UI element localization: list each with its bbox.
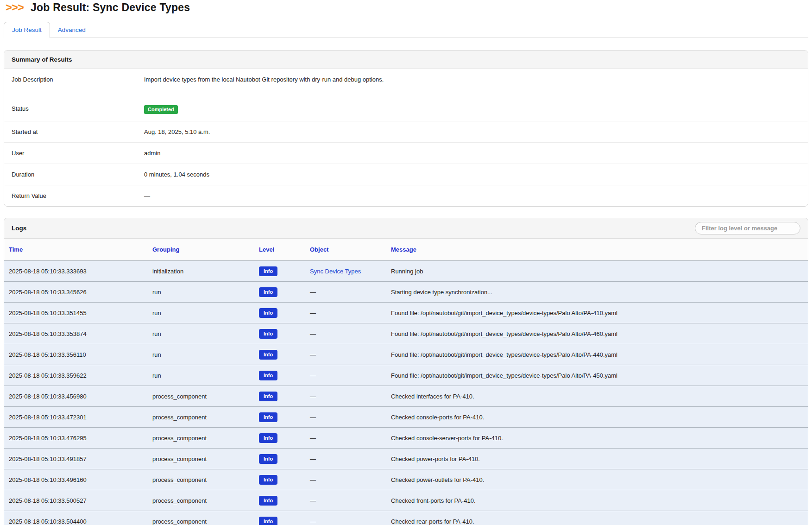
log-cell-level: Info	[254, 473, 305, 487]
log-cell-message: Starting device type synchronization...	[386, 287, 808, 297]
log-level-badge: Info	[259, 412, 277, 422]
log-cell-message: Running job	[386, 266, 808, 277]
log-column-header-level[interactable]: Level	[254, 244, 305, 255]
log-cell-level: Info	[254, 348, 305, 361]
log-cell-message: Found file: /opt/nautobot/git/import_dev…	[386, 308, 808, 318]
log-column-header-object[interactable]: Object	[305, 244, 386, 255]
log-cell-message: Found file: /opt/nautobot/git/import_dev…	[386, 329, 808, 339]
log-row: 2025-08-18 05:10:33.500527process_compon…	[4, 490, 808, 511]
log-cell-grouping: process_component	[148, 516, 254, 525]
log-table-body: 2025-08-18 05:10:33.333693initialization…	[4, 260, 808, 525]
log-cell-object: —	[305, 412, 386, 423]
log-row: 2025-08-18 05:10:33.351455runInfo—Found …	[4, 302, 808, 323]
log-cell-level: Info	[254, 431, 305, 445]
log-cell-time: 2025-08-18 05:10:33.333693	[4, 266, 148, 277]
summary-panel: Summary of Results Job DescriptionImport…	[4, 50, 808, 207]
summary-row: Duration0 minutes, 1.04 seconds	[4, 164, 808, 185]
log-column-header-message[interactable]: Message	[386, 244, 808, 255]
tab-advanced[interactable]: Advanced	[50, 22, 94, 38]
log-cell-time: 2025-08-18 05:10:33.456980	[4, 391, 148, 402]
summary-rows: Job DescriptionImport device types from …	[4, 69, 808, 206]
log-cell-level: Info	[254, 369, 305, 382]
log-level-badge: Info	[259, 350, 277, 360]
log-cell-object: —	[305, 391, 386, 402]
log-cell-message: Checked power-outlets for PA-410.	[386, 474, 808, 485]
log-cell-object: —	[305, 474, 386, 485]
log-level-badge: Info	[259, 392, 277, 401]
log-cell-time: 2025-08-18 05:10:33.491857	[4, 454, 148, 464]
log-cell-time: 2025-08-18 05:10:33.476295	[4, 433, 148, 443]
log-cell-grouping: process_component	[148, 391, 254, 402]
summary-row-value: Aug. 18, 2025, 5:10 a.m.	[144, 121, 808, 142]
log-row: 2025-08-18 05:10:33.456980process_compon…	[4, 386, 808, 406]
logs-panel: Logs TimeGroupingLevelObjectMessage 2025…	[4, 218, 808, 525]
log-cell-time: 2025-08-18 05:10:33.351455	[4, 308, 148, 318]
log-column-header-grouping[interactable]: Grouping	[148, 244, 254, 255]
log-cell-object: —	[305, 308, 386, 318]
log-cell-level: Info	[254, 265, 305, 278]
log-cell-level: Info	[254, 515, 305, 525]
log-cell-message: Checked power-ports for PA-410.	[386, 454, 808, 464]
log-cell-time: 2025-08-18 05:10:33.359622	[4, 370, 148, 381]
summary-panel-title: Summary of Results	[12, 56, 72, 63]
log-cell-message: Found file: /opt/nautobot/git/import_dev…	[386, 349, 808, 360]
log-level-badge: Info	[259, 329, 277, 339]
log-cell-message: Checked front-ports for PA-410.	[386, 495, 808, 506]
log-cell-grouping: process_component	[148, 495, 254, 506]
log-level-badge: Info	[259, 287, 277, 297]
summary-panel-header: Summary of Results	[4, 51, 808, 69]
log-object-empty: —	[310, 351, 316, 358]
summary-row-value: 0 minutes, 1.04 seconds	[144, 164, 808, 185]
page-title: Job Result: Sync Device Types	[31, 1, 190, 14]
log-cell-object: —	[305, 370, 386, 381]
log-level-badge: Info	[259, 371, 277, 380]
log-filter-input[interactable]	[695, 222, 800, 234]
summary-row-label: Duration	[4, 164, 144, 185]
log-cell-message: Checked interfaces for PA-410.	[386, 391, 808, 402]
log-cell-grouping: run	[148, 329, 254, 339]
log-row: 2025-08-18 05:10:33.504400process_compon…	[4, 511, 808, 525]
tab-bar: Job Result Advanced	[4, 22, 808, 38]
log-level-badge: Info	[259, 266, 277, 276]
log-cell-grouping: run	[148, 308, 254, 318]
summary-row-label: Job Description	[4, 69, 144, 98]
summary-row: Started atAug. 18, 2025, 5:10 a.m.	[4, 121, 808, 143]
log-column-header-time[interactable]: Time	[4, 244, 148, 255]
log-cell-grouping: process_component	[148, 433, 254, 443]
log-object-empty: —	[310, 435, 316, 442]
job-result-page: >>> Job Result: Sync Device Types Job Re…	[0, 0, 812, 525]
log-object-empty: —	[310, 330, 316, 337]
log-cell-grouping: run	[148, 287, 254, 297]
log-cell-time: 2025-08-18 05:10:33.496160	[4, 474, 148, 485]
log-object-empty: —	[310, 518, 316, 525]
log-cell-level: Info	[254, 390, 305, 403]
log-cell-grouping: process_component	[148, 474, 254, 485]
log-object-empty: —	[310, 455, 316, 462]
log-object-empty: —	[310, 476, 316, 483]
log-row: 2025-08-18 05:10:33.353874runInfo—Found …	[4, 323, 808, 344]
log-object-empty: —	[310, 393, 316, 400]
log-cell-time: 2025-08-18 05:10:33.353874	[4, 329, 148, 339]
log-cell-grouping: process_component	[148, 454, 254, 464]
log-cell-message: Checked console-server-ports for PA-410.	[386, 433, 808, 443]
log-cell-object: —	[305, 495, 386, 506]
logs-panel-header: Logs	[4, 218, 808, 239]
log-row: 2025-08-18 05:10:33.496160process_compon…	[4, 469, 808, 490]
log-object-link[interactable]: Sync Device Types	[310, 268, 361, 275]
log-cell-level: Info	[254, 452, 305, 466]
log-cell-grouping: initialization	[148, 266, 254, 277]
log-level-badge: Info	[259, 433, 277, 443]
page-title-row: >>> Job Result: Sync Device Types	[4, 0, 808, 14]
log-cell-level: Info	[254, 285, 305, 299]
log-cell-message: Found file: /opt/nautobot/git/import_dev…	[386, 370, 808, 381]
log-cell-object: —	[305, 349, 386, 360]
summary-row-label: Started at	[4, 121, 144, 142]
log-row: 2025-08-18 05:10:33.472301process_compon…	[4, 406, 808, 427]
log-row: 2025-08-18 05:10:33.359622runInfo—Found …	[4, 365, 808, 386]
log-level-badge: Info	[259, 308, 277, 318]
log-cell-time: 2025-08-18 05:10:33.356110	[4, 349, 148, 360]
summary-row-value: —	[144, 185, 808, 206]
tab-job-result[interactable]: Job Result	[4, 22, 50, 38]
log-object-empty: —	[310, 289, 316, 296]
log-cell-object: —	[305, 433, 386, 443]
